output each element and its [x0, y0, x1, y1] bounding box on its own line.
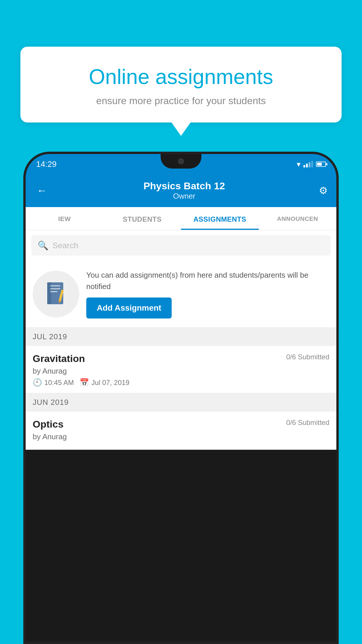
assignment-item-gravitation[interactable]: Gravitation 0/6 Submitted by Anurag 🕙 10…	[26, 346, 336, 393]
add-assignment-button[interactable]: Add Assignment	[86, 298, 172, 318]
settings-button[interactable]: ⚙	[319, 185, 328, 196]
svg-rect-3	[50, 288, 60, 289]
svg-rect-2	[50, 285, 60, 286]
header-title-block: Physics Batch 12 Owner	[143, 180, 225, 201]
assignment-item-header-optics: Optics 0/6 Submitted	[33, 419, 329, 430]
assignment-date: Jul 07, 2019	[91, 379, 129, 387]
notch	[161, 154, 201, 169]
batch-title: Physics Batch 12	[143, 180, 225, 192]
notebook-icon	[44, 281, 68, 307]
back-button[interactable]: ←	[34, 182, 50, 199]
add-assignment-section: You can add assignment(s) from here and …	[26, 261, 336, 328]
search-bar-container: 🔍 Search	[26, 230, 336, 261]
search-icon: 🔍	[38, 240, 48, 251]
section-header-jul: JUL 2019	[26, 328, 336, 346]
search-bar[interactable]: 🔍 Search	[31, 235, 331, 256]
tabs-bar: IEW STUDENTS ASSIGNMENTS ANNOUNCEN	[26, 207, 336, 230]
assignment-item-optics[interactable]: Optics 0/6 Submitted by Anurag	[26, 412, 336, 450]
assignment-name-optics: Optics	[33, 419, 64, 430]
owner-label: Owner	[143, 192, 225, 201]
tab-announcements[interactable]: ANNOUNCEN	[259, 207, 337, 230]
assignment-right: You can add assignment(s) from here and …	[86, 270, 329, 318]
assignment-item-header: Gravitation 0/6 Submitted	[33, 353, 329, 364]
svg-rect-4	[50, 291, 57, 292]
section-header-jun: JUN 2019	[26, 393, 336, 412]
tab-assignments[interactable]: ASSIGNMENTS	[181, 207, 259, 230]
tab-overview[interactable]: IEW	[26, 207, 103, 230]
assignment-author: by Anurag	[33, 367, 329, 376]
phone-frame: 14:29 ▾ ← Physics Batch 12 Owner ⚙ IEW	[23, 152, 339, 644]
promo-title: Online assignments	[38, 64, 324, 89]
status-icons: ▾	[297, 160, 326, 169]
status-bar: 14:29 ▾	[26, 154, 336, 174]
screen-content: 🔍 Search You can add ass	[26, 230, 336, 450]
submitted-count-optics: 0/6 Submitted	[286, 419, 329, 427]
assignment-icon-circle	[33, 271, 79, 317]
assignment-time: 10:45 AM	[44, 379, 74, 387]
date-meta: 📅 Jul 07, 2019	[80, 378, 129, 387]
promo-subtitle: ensure more practice for your students	[38, 95, 324, 106]
assignment-description: You can add assignment(s) from here and …	[86, 270, 329, 292]
submitted-count: 0/6 Submitted	[286, 353, 329, 361]
search-input[interactable]: Search	[52, 241, 78, 250]
assignment-author-optics: by Anurag	[33, 432, 329, 441]
promo-card: Online assignments ensure more practice …	[20, 47, 342, 123]
app-header: ← Physics Batch 12 Owner ⚙	[26, 174, 336, 207]
assignment-name: Gravitation	[33, 353, 85, 364]
clock-icon: 🕙	[33, 378, 42, 387]
signal-icon	[303, 161, 313, 167]
calendar-icon: 📅	[80, 378, 89, 387]
battery-icon	[316, 162, 326, 167]
wifi-icon: ▾	[297, 160, 301, 169]
speech-bubble: Online assignments ensure more practice …	[20, 47, 342, 123]
assignment-meta: 🕙 10:45 AM 📅 Jul 07, 2019	[33, 378, 329, 387]
status-time: 14:29	[36, 160, 57, 169]
tab-students[interactable]: STUDENTS	[103, 207, 181, 230]
time-meta: 🕙 10:45 AM	[33, 378, 74, 387]
camera	[178, 158, 184, 164]
